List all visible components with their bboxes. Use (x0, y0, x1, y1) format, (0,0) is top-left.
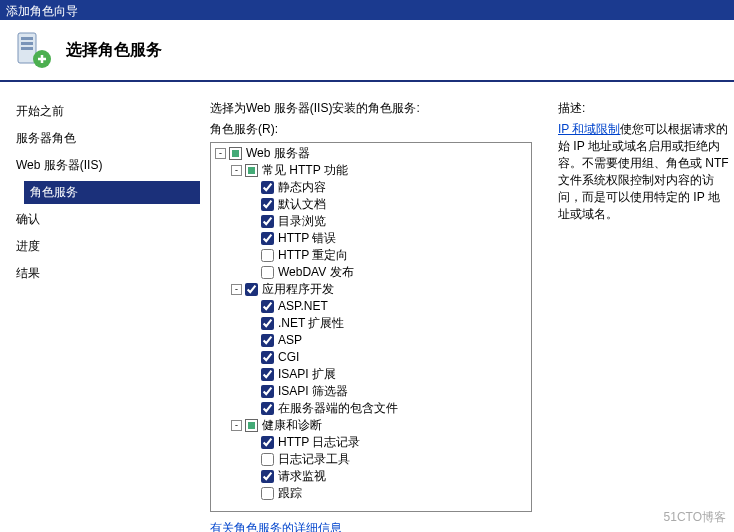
tree-row[interactable]: HTTP 错误 (215, 230, 527, 247)
tree-checkbox[interactable] (261, 470, 274, 483)
nav-item-results[interactable]: 结果 (10, 262, 200, 285)
watermark: 51CTO博客 (664, 509, 726, 526)
more-info-link[interactable]: 有关角色服务的详细信息 (210, 520, 342, 532)
collapse-icon[interactable]: - (215, 148, 226, 159)
nav-item-web-server-iis[interactable]: Web 服务器(IIS) (10, 154, 200, 177)
expand-spacer (247, 182, 258, 193)
page-title: 选择角色服务 (66, 40, 162, 61)
nav-item-confirm[interactable]: 确认 (10, 208, 200, 231)
tree-label: CGI (278, 349, 299, 366)
tree-checkbox[interactable] (261, 300, 274, 313)
tree-checkbox[interactable] (261, 198, 274, 211)
nav-item-before[interactable]: 开始之前 (10, 100, 200, 123)
tree-label: 目录浏览 (278, 213, 326, 230)
collapse-icon[interactable]: - (231, 165, 242, 176)
expand-spacer (247, 369, 258, 380)
tree-row[interactable]: HTTP 重定向 (215, 247, 527, 264)
expand-spacer (247, 454, 258, 465)
tree-row[interactable]: -健康和诊断 (215, 417, 527, 434)
window-title: 添加角色向导 (6, 4, 78, 18)
tree-row[interactable]: WebDAV 发布 (215, 264, 527, 281)
expand-spacer (247, 199, 258, 210)
tree-label: Web 服务器 (246, 145, 310, 162)
tree-checkbox[interactable] (261, 402, 274, 415)
server-role-icon (12, 29, 54, 71)
svg-rect-3 (21, 47, 33, 50)
tree-label: 请求监视 (278, 468, 326, 485)
tree-label: HTTP 日志记录 (278, 434, 360, 451)
tree-row[interactable]: CGI (215, 349, 527, 366)
collapse-icon[interactable]: - (231, 284, 242, 295)
nav-item-progress[interactable]: 进度 (10, 235, 200, 258)
collapse-icon[interactable]: - (231, 420, 242, 431)
expand-spacer (247, 403, 258, 414)
tree-checkbox[interactable] (261, 453, 274, 466)
tree-row[interactable]: -常见 HTTP 功能 (215, 162, 527, 179)
expand-spacer (247, 352, 258, 363)
expand-spacer (247, 488, 258, 499)
tree-checkbox[interactable] (261, 317, 274, 330)
tree-row[interactable]: HTTP 日志记录 (215, 434, 527, 451)
list-label: 角色服务(R): (210, 121, 540, 138)
tree-label: 健康和诊断 (262, 417, 322, 434)
tree-label: 静态内容 (278, 179, 326, 196)
tree-row[interactable]: 静态内容 (215, 179, 527, 196)
tree-row[interactable]: ASP.NET (215, 298, 527, 315)
tree-checkbox[interactable] (261, 249, 274, 262)
expand-spacer (247, 335, 258, 346)
tree-checkbox[interactable] (261, 385, 274, 398)
tree-checkbox[interactable] (261, 351, 274, 364)
expand-spacer (247, 216, 258, 227)
expand-spacer (247, 250, 258, 261)
tree-row[interactable]: 目录浏览 (215, 213, 527, 230)
tree-row[interactable]: ISAPI 筛选器 (215, 383, 527, 400)
nav-item-server-roles[interactable]: 服务器角色 (10, 127, 200, 150)
window-titlebar: 添加角色向导 (0, 0, 734, 20)
tree-label: WebDAV 发布 (278, 264, 354, 281)
tree-checkbox[interactable] (261, 368, 274, 381)
expand-spacer (247, 471, 258, 482)
wizard-header: 选择角色服务 (0, 20, 734, 82)
tree-checkbox[interactable] (245, 419, 258, 432)
tree-row[interactable]: -Web 服务器 (215, 145, 527, 162)
tree-checkbox[interactable] (261, 436, 274, 449)
expand-spacer (247, 301, 258, 312)
tree-row[interactable]: 跟踪 (215, 485, 527, 502)
expand-spacer (247, 233, 258, 244)
tree-checkbox[interactable] (261, 232, 274, 245)
tree-label: ASP.NET (278, 298, 328, 315)
tree-checkbox[interactable] (261, 487, 274, 500)
tree-checkbox[interactable] (261, 215, 274, 228)
svg-rect-1 (21, 37, 33, 40)
tree-checkbox[interactable] (261, 266, 274, 279)
tree-row[interactable]: 请求监视 (215, 468, 527, 485)
tree-row[interactable]: .NET 扩展性 (215, 315, 527, 332)
tree-label: ISAPI 扩展 (278, 366, 336, 383)
tree-label: HTTP 错误 (278, 230, 336, 247)
tree-row[interactable]: ISAPI 扩展 (215, 366, 527, 383)
tree-label: ASP (278, 332, 302, 349)
tree-label: HTTP 重定向 (278, 247, 348, 264)
tree-checkbox[interactable] (261, 334, 274, 347)
role-services-tree[interactable]: -Web 服务器-常见 HTTP 功能静态内容默认文档目录浏览HTTP 错误HT… (210, 142, 532, 512)
tree-label: 跟踪 (278, 485, 302, 502)
nav-item-role-services[interactable]: 角色服务 (24, 181, 200, 204)
tree-checkbox[interactable] (261, 181, 274, 194)
svg-rect-2 (21, 42, 33, 45)
tree-checkbox[interactable] (245, 164, 258, 177)
tree-row[interactable]: ASP (215, 332, 527, 349)
tree-label: ISAPI 筛选器 (278, 383, 348, 400)
tree-row[interactable]: -应用程序开发 (215, 281, 527, 298)
tree-row[interactable]: 在服务器端的包含文件 (215, 400, 527, 417)
tree-checkbox[interactable] (229, 147, 242, 160)
description-link[interactable]: IP 和域限制 (558, 122, 620, 136)
tree-label: 在服务器端的包含文件 (278, 400, 398, 417)
tree-row[interactable]: 日志记录工具 (215, 451, 527, 468)
tree-row[interactable]: 默认文档 (215, 196, 527, 213)
wizard-nav: 开始之前 服务器角色 Web 服务器(IIS) 角色服务 确认 进度 结果 (0, 82, 200, 522)
tree-label: 日志记录工具 (278, 451, 350, 468)
expand-spacer (247, 267, 258, 278)
expand-spacer (247, 437, 258, 448)
description-title: 描述: (558, 100, 730, 117)
tree-checkbox[interactable] (245, 283, 258, 296)
